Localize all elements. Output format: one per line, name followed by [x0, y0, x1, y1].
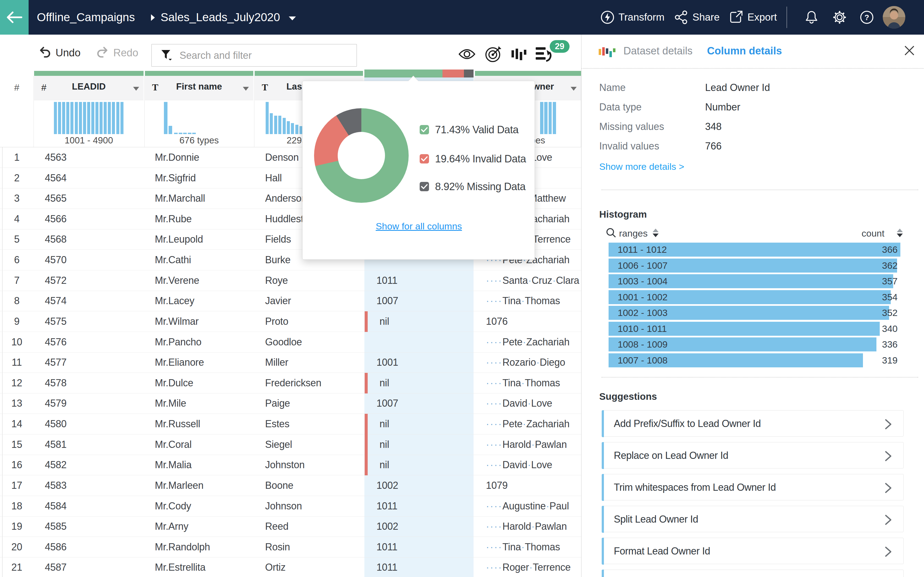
cell-lead-owner-id[interactable]: 1011 — [376, 496, 397, 516]
cell-lead-owner[interactable]: 1076 — [486, 311, 508, 332]
cell-lead-owner[interactable]: ····David·Love — [486, 393, 552, 414]
cell-lead-owner[interactable]: ····Rozario·Diego — [486, 352, 565, 372]
help-button[interactable]: ? — [859, 0, 874, 35]
row-number[interactable]: 10 — [0, 332, 34, 352]
cell-last-name[interactable]: Estes — [265, 414, 289, 434]
row-number[interactable]: 11 — [0, 352, 34, 372]
table-row[interactable]: 124578Mr.DulceFredericksennil····Tina·Th… — [0, 373, 581, 393]
cell-first-name[interactable]: Mr.Wilmar — [155, 311, 199, 332]
target-button[interactable] — [485, 37, 502, 71]
cell-lead-owner-id[interactable]: nil — [380, 373, 389, 393]
cell-leadid[interactable]: 4587 — [45, 557, 66, 577]
column-menu-caret-lead-owner[interactable] — [570, 87, 577, 91]
cell-first-name[interactable]: Mr.Arny — [155, 516, 188, 537]
ranges-column-header[interactable]: ranges — [619, 228, 648, 239]
cell-lead-owner[interactable]: ····Roger·Terrence — [486, 557, 570, 577]
cell-first-name[interactable]: Mr.Marleen — [155, 475, 204, 496]
search-ranges-icon[interactable] — [606, 227, 616, 238]
count-column-header[interactable]: count — [862, 228, 884, 239]
row-number[interactable]: 4 — [0, 209, 34, 229]
cell-last-name[interactable]: Javier — [265, 291, 291, 311]
cell-first-name[interactable]: Mr.Verene — [155, 270, 199, 291]
cell-lead-owner[interactable]: ····Pete·Zachariah — [486, 414, 570, 434]
undo-button[interactable]: Undo — [39, 35, 81, 71]
cell-first-name[interactable]: Mr.Cathi — [155, 250, 191, 270]
suggestion-card[interactable]: Replace on Lead Owner Id — [602, 442, 904, 469]
row-number[interactable]: 8 — [0, 291, 34, 311]
row-number[interactable]: 7 — [0, 270, 34, 291]
cell-last-name[interactable]: Miller — [265, 352, 288, 372]
cell-last-name[interactable]: Reed — [265, 516, 289, 537]
sort-ranges-icon[interactable] — [653, 229, 659, 237]
cell-first-name[interactable]: Mr.Elianore — [155, 352, 204, 372]
cell-leadid[interactable]: 4574 — [45, 291, 66, 311]
cell-leadid[interactable]: 4582 — [45, 455, 66, 475]
row-number[interactable]: 19 — [0, 516, 34, 537]
suggestion-card[interactable]: Trim whitespaces from Lead Owner Id — [602, 474, 904, 500]
suggestion-card[interactable]: Remove Lead Owner Id — [602, 570, 904, 577]
cell-first-name[interactable]: Mr.Mile — [155, 393, 186, 414]
cell-last-name[interactable]: Roye — [265, 270, 288, 291]
histogram-row[interactable]: 1002 - 1003352 — [609, 306, 900, 320]
cell-last-name[interactable]: Hall — [265, 168, 282, 188]
row-number[interactable]: 21 — [0, 557, 34, 577]
row-number[interactable]: 16 — [0, 455, 34, 475]
row-number[interactable]: 18 — [0, 496, 34, 516]
cell-lead-owner[interactable]: ····Pete·Zachariah — [486, 332, 570, 352]
cell-leadid[interactable]: 4580 — [45, 414, 66, 434]
cell-leadid[interactable]: 4585 — [45, 516, 66, 537]
export-button[interactable]: Export — [729, 0, 777, 35]
cell-leadid[interactable]: 4564 — [45, 168, 66, 188]
table-row[interactable]: 184584Mr.CodyJohnson1011····Augustine·Pa… — [0, 496, 581, 517]
quality-bar-leadid[interactable] — [34, 71, 144, 76]
cell-lead-owner-id[interactable]: 1001 — [376, 352, 398, 372]
tab-dataset-details[interactable]: Dataset details — [624, 45, 693, 57]
cell-last-name[interactable]: Rosin — [265, 537, 290, 557]
table-row[interactable]: 104576Mr.PanchoGoodloe····Pete·Zachariah — [0, 332, 581, 353]
cell-last-name[interactable]: Anderson — [265, 188, 307, 208]
cell-last-name[interactable]: Johnson — [265, 496, 302, 516]
suggestion-card[interactable]: Split Lead Owner Id — [602, 506, 904, 532]
row-number[interactable]: 17 — [0, 475, 34, 496]
back-button[interactable] — [0, 0, 29, 35]
quality-bar-first-name[interactable] — [145, 71, 253, 76]
cell-lead-owner[interactable]: ····Harold·Pawlan — [486, 434, 567, 455]
cell-lead-owner[interactable]: ····Tina·Thomas — [486, 291, 560, 311]
legend-checkbox-valid[interactable] — [420, 125, 429, 134]
cell-last-name[interactable]: Proto — [265, 311, 289, 332]
show-more-details-link[interactable]: Show more details > — [599, 161, 684, 172]
row-number[interactable]: 6 — [0, 250, 34, 270]
cell-first-name[interactable]: Mr.Sigfrid — [155, 168, 196, 188]
quality-bar-lead-owner[interactable] — [475, 71, 581, 76]
cell-lead-owner[interactable]: ····Augustine·Paul — [486, 496, 569, 516]
table-row[interactable]: 194585Mr.ArnyReed1002····Harold·Pawlan — [0, 516, 581, 537]
cell-lead-owner-id[interactable]: 1011 — [376, 537, 397, 557]
cell-first-name[interactable]: Mr.Donnie — [155, 147, 199, 168]
steps-count-badge[interactable]: 29 — [550, 40, 570, 53]
table-row[interactable]: 114577Mr.ElianoreMiller1001····Rozario·D… — [0, 352, 581, 373]
tab-column-details[interactable]: Column details — [707, 45, 782, 57]
cell-leadid[interactable]: 4586 — [45, 537, 66, 557]
cell-first-name[interactable]: Mr.Russell — [155, 414, 200, 434]
cell-first-name[interactable]: Mr.Randolph — [155, 537, 210, 557]
cell-lead-owner-id[interactable]: nil — [380, 434, 389, 455]
quality-bar-lead-owner-id[interactable] — [364, 69, 473, 77]
cell-leadid[interactable]: 4577 — [45, 352, 66, 372]
close-panel-icon[interactable] — [903, 45, 916, 56]
cell-first-name[interactable]: Mr.Estrellita — [155, 557, 205, 577]
breadcrumb-folder[interactable]: Offline_Campaigns — [37, 0, 135, 35]
transform-button[interactable]: Transform — [600, 0, 664, 35]
table-row[interactable]: 94575Mr.WilmarProtonil1076 — [0, 311, 581, 332]
cell-lead-owner[interactable]: ····David·Love — [486, 455, 552, 475]
cell-leadid[interactable]: 4578 — [45, 373, 66, 393]
cell-last-name[interactable]: Johnston — [265, 455, 305, 475]
histogram-row[interactable]: 1007 - 1008319 — [609, 353, 900, 367]
cell-first-name[interactable]: Mr.Leupold — [155, 229, 203, 250]
histogram-row[interactable]: 1008 - 1009336 — [609, 337, 900, 351]
cell-lead-owner-id[interactable]: 1007 — [376, 393, 398, 414]
cell-last-name[interactable]: Goodloe — [265, 332, 302, 352]
cell-last-name[interactable]: Burke — [265, 250, 291, 270]
cell-last-name[interactable]: Siegel — [265, 434, 292, 455]
cell-lead-owner-id[interactable]: 1002 — [376, 516, 398, 537]
row-number[interactable]: 9 — [0, 311, 34, 332]
